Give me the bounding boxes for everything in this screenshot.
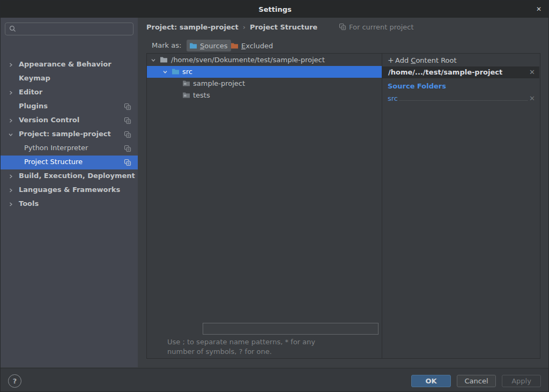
- tree-row-tests[interactable]: tests: [147, 90, 382, 101]
- chevron-down-icon: [151, 58, 155, 62]
- tree-row-src[interactable]: src: [147, 66, 382, 78]
- sidebar-item-label: Plugins: [19, 102, 48, 110]
- chevron-right-icon: [9, 202, 13, 206]
- exclude-files-input[interactable]: [203, 323, 379, 335]
- dotted-leader: [399, 100, 528, 101]
- sidebar-item-project-sample-project[interactable]: Project: sample-project: [1, 128, 138, 142]
- per-project-icon: [124, 159, 131, 166]
- tree-node-label: src: [182, 68, 192, 76]
- add-content-root-label: Add Content Root: [395, 56, 457, 64]
- sidebar-item-version-control[interactable]: Version Control: [1, 114, 138, 128]
- breadcrumb-separator: ›: [243, 23, 246, 31]
- search-input[interactable]: [5, 23, 133, 35]
- sidebar-item-languages-frameworks[interactable]: Languages & Frameworks: [1, 183, 138, 197]
- sidebar-item-editor[interactable]: Editor: [1, 86, 138, 100]
- breadcrumb: Project: sample-project › Project Struct…: [146, 22, 317, 32]
- content-root-detail-panel: + Add Content Root /home/.../test/sample…: [382, 53, 540, 359]
- source-folders-heading: Source Folders: [388, 82, 446, 90]
- mark-as-excluded-button[interactable]: Excluded: [228, 40, 276, 51]
- per-project-icon: [124, 117, 131, 124]
- content-root-path: /home/.../test/sample-project: [388, 68, 502, 76]
- cancel-button[interactable]: Cancel: [457, 375, 496, 387]
- sidebar-item-python-interpreter[interactable]: Python Interpreter: [1, 142, 138, 156]
- mark-as-sources-label: Sources: [200, 42, 227, 50]
- remove-source-folder-icon[interactable]: ✕: [529, 94, 535, 103]
- chevron-right-icon: [9, 174, 13, 179]
- per-project-icon: [339, 23, 346, 31]
- per-project-icon: [124, 131, 131, 138]
- source-folder-icon: [172, 68, 180, 75]
- sidebar-item-build-execution-deployment[interactable]: Build, Execution, Deployment: [1, 169, 138, 183]
- remove-content-root-icon[interactable]: ✕: [529, 68, 535, 76]
- chevron-right-icon: [9, 119, 13, 123]
- settings-sidebar: Appearance & Behavior Keymap Editor Plug…: [1, 18, 138, 367]
- chevron-right-icon: [9, 91, 13, 95]
- dialog-footer: ? OK Cancel Apply: [1, 368, 549, 392]
- ok-button[interactable]: OK: [411, 375, 451, 387]
- scope-note-label: For current project: [349, 23, 414, 31]
- content-root-tree-panel: /home/sven/Dokumente/test/sample-project…: [146, 53, 382, 359]
- breadcrumb-page: Project Structure: [250, 23, 317, 31]
- source-folder-row[interactable]: src ✕: [388, 92, 535, 103]
- mark-as-excluded-label: Excluded: [241, 42, 273, 50]
- dialog-title: Settings: [258, 5, 291, 13]
- sidebar-item-label: Keymap: [19, 74, 50, 82]
- sidebar-item-plugins[interactable]: Plugins: [1, 100, 138, 114]
- mark-as-label: Mark as:: [152, 41, 181, 49]
- chevron-right-icon: [9, 188, 13, 193]
- folder-icon: [160, 56, 168, 63]
- sidebar-item-label: Languages & Frameworks: [19, 186, 120, 194]
- sidebar-item-label: Build, Execution, Deployment: [19, 172, 135, 180]
- excluded-folder-icon: [231, 42, 239, 49]
- sidebar-item-label: Tools: [19, 199, 39, 208]
- sidebar-item-label: Editor: [19, 88, 42, 96]
- titlebar: Settings ✕: [1, 1, 549, 18]
- add-content-root-button[interactable]: + Add Content Root: [382, 55, 539, 66]
- sidebar-item-tools[interactable]: Tools: [1, 197, 138, 211]
- per-project-icon: [124, 103, 131, 110]
- breadcrumb-project[interactable]: Project: sample-project: [146, 23, 239, 31]
- tree-row-sample-project[interactable]: sample-project: [147, 78, 382, 90]
- sidebar-item-label: Project Structure: [24, 158, 83, 166]
- source-folder-name: src: [388, 94, 398, 103]
- sidebar-item-label: Project: sample-project: [19, 130, 111, 138]
- scope-note: For current project: [339, 22, 414, 32]
- tree-row-content-root[interactable]: /home/sven/Dokumente/test/sample-project: [147, 54, 382, 66]
- source-folder-icon: [189, 42, 197, 49]
- folder-icon: [182, 80, 190, 87]
- mark-as-sources-button[interactable]: Sources: [187, 40, 231, 51]
- chevron-right-icon: [9, 63, 13, 67]
- sidebar-item-label: Version Control: [19, 116, 79, 124]
- tree-node-label: sample-project: [193, 79, 245, 87]
- plus-icon: +: [388, 56, 394, 64]
- tree-node-label: /home/sven/Dokumente/test/sample-project: [171, 56, 325, 64]
- tree-node-label: tests: [193, 91, 210, 99]
- content-root-row[interactable]: /home/.../test/sample-project ✕: [382, 66, 539, 78]
- sidebar-item-keymap[interactable]: Keymap: [1, 72, 138, 86]
- exclude-hint-line2: number of symbols, ? for one.: [167, 347, 272, 356]
- apply-button[interactable]: Apply: [502, 375, 541, 387]
- sidebar-item-project-structure[interactable]: Project Structure: [1, 156, 138, 169]
- chevron-down-icon: [9, 132, 13, 137]
- folder-icon: [182, 92, 190, 99]
- search-icon: [9, 25, 17, 33]
- exclude-hint-line1: Use ; to separate name patterns, * for a…: [167, 338, 315, 346]
- chevron-down-icon: [163, 70, 167, 74]
- sidebar-item-appearance-behavior[interactable]: Appearance & Behavior: [1, 58, 138, 72]
- sidebar-item-label: Appearance & Behavior: [19, 60, 112, 68]
- help-button[interactable]: ?: [8, 374, 21, 388]
- sidebar-item-label: Python Interpreter: [24, 144, 88, 152]
- settings-dialog: Settings ✕ Appearance & Behavior Keymap …: [0, 0, 549, 392]
- close-icon[interactable]: ✕: [532, 1, 545, 18]
- per-project-icon: [124, 145, 131, 152]
